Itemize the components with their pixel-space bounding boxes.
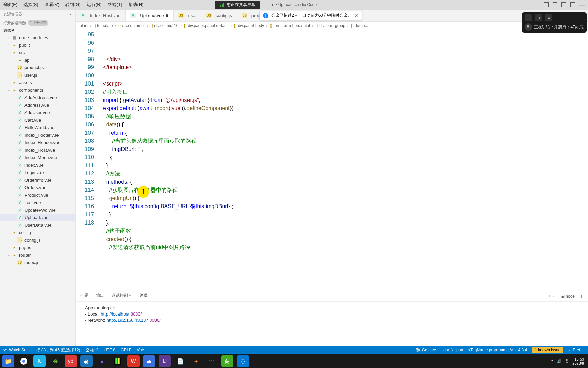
tree-item-pages[interactable]: ›▸pages [0, 244, 75, 251]
tree-item-helloworld-vue[interactable]: VHelloWorld.vue [0, 124, 75, 131]
taskbar-app-icon[interactable]: K [33, 355, 46, 367]
menu-go[interactable]: 转到(G) [65, 2, 81, 8]
menu-run[interactable]: 运行(R) [87, 2, 102, 8]
tree-item-cart-vue[interactable]: VCart.vue [0, 116, 75, 124]
breadcrumb-segment[interactable]: {} div.panel-body [234, 23, 264, 28]
tab-index-host-vue[interactable]: VIndex_Host.vue [76, 10, 126, 21]
taskbar-app-icon[interactable]: 〰 [206, 355, 218, 367]
taskbar-app-icon[interactable]: ⛰ [143, 355, 155, 367]
tree-item-public[interactable]: ›▸public [0, 41, 75, 49]
mic-icon[interactable] [525, 23, 532, 31]
breadcrumbs[interactable]: olar)›{} template›{} div.container›{} di… [76, 22, 588, 29]
taskbar-app-icon[interactable]: W [127, 355, 140, 367]
tree-item-updatepwd-vue[interactable]: VUpdatePwd.vue [0, 206, 75, 214]
tree-item-product-js[interactable]: JSproduct.js [0, 64, 75, 71]
taskbar-app-icon[interactable]: ◉ [80, 355, 93, 367]
breadcrumb-segment[interactable]: {} div.col-md-10 [150, 23, 178, 28]
restore-panel-icon[interactable]: ◻ [535, 14, 542, 21]
menu-panel-icon[interactable]: ≡ [545, 14, 552, 21]
tab-upload-vue[interactable]: VUpLoad.vue [126, 10, 174, 21]
breadcrumb-segment[interactable]: {} div.container [118, 23, 145, 28]
status-language[interactable]: Vue [137, 348, 144, 352]
tree-item-assets[interactable]: ›▸assets [0, 79, 75, 86]
tree-item-src[interactable]: ⌄▸src [0, 49, 75, 56]
layout-icon[interactable] [553, 2, 557, 7]
layout-icon[interactable] [544, 2, 549, 7]
taskbar-app-icon[interactable]: 商 [221, 355, 233, 367]
tree-item-test-vue[interactable]: VTest.vue [0, 199, 75, 206]
panel-tab-problems[interactable]: 问题 [80, 293, 88, 300]
status-version[interactable]: 4.8.4 [518, 348, 527, 352]
tree-item-router[interactable]: ⌄▸router [0, 251, 75, 259]
menu-edit[interactable]: 编辑(E) [3, 2, 17, 8]
meeting-float-panel[interactable]: — ◻ ≡ 正在讲话：朱惠秀；47封辰星 [522, 12, 587, 33]
taskbar-app-icon[interactable]: ✦ [190, 355, 202, 367]
breadcrumb-segment[interactable]: {} div.co... [351, 23, 369, 28]
tree-item-components[interactable]: ⌄▸components [0, 86, 75, 94]
taskbar-files-icon[interactable]: 📁 [2, 355, 14, 367]
status-watch-sass[interactable]: 👁 Watch Sass [3, 348, 31, 352]
tree-item-userdata-vue[interactable]: VUserData.vue [0, 221, 75, 229]
tree-item-config[interactable]: ⌄▸config [0, 229, 75, 236]
taskbar-app-icon[interactable]: IJ [159, 355, 171, 367]
tree-item-adduser-vue[interactable]: VAddUser.vue [0, 109, 75, 116]
tree-item-addaddress-vue[interactable]: VAddAddress.vue [0, 94, 75, 101]
tree-item-index-header-vue[interactable]: VIndex_Header.vue [0, 139, 75, 146]
code-content[interactable]: </div> </template> <script> //引入接口 impor… [100, 29, 588, 291]
status-issues[interactable]: 1 known issue [532, 347, 563, 353]
status-encoding[interactable]: UTF-8 [104, 348, 115, 352]
taskbar-app-icon[interactable]: ❋ [49, 355, 61, 367]
taskbar-ime[interactable]: 英 [565, 359, 569, 363]
status-spaces[interactable]: 空格: 2 [86, 347, 98, 353]
panel-tab-debug[interactable]: 调试控制台 [112, 293, 132, 300]
tree-item-index-host-vue[interactable]: VIndex_Host.vue [0, 146, 75, 154]
tab-config-js[interactable]: JSconfig.js [201, 10, 237, 21]
more-icon[interactable]: ··· [67, 12, 72, 16]
breadcrumb-segment[interactable]: {} div.panel.panel-default [184, 23, 228, 28]
tree-item-config-js[interactable]: JSconfig.js [0, 236, 75, 244]
split-terminal-icon[interactable]: ◫ [579, 294, 583, 299]
layout-icon[interactable] [561, 2, 566, 7]
open-editors-label[interactable]: 打开的编辑器 [3, 20, 26, 26]
breadcrumb-segment[interactable]: {} div.form-group [315, 23, 345, 28]
status-cursor[interactable]: 行 88，列 45 (已选择12) [36, 347, 80, 353]
taskbar-network-icon[interactable]: 🔊 [557, 359, 562, 363]
tree-item-index-footer-vue[interactable]: VIndex_Footer.vue [0, 131, 75, 139]
layout-icon[interactable] [570, 2, 575, 7]
tree-item-login-vue[interactable]: VLogin.vue [0, 169, 75, 176]
taskbar-app-icon[interactable]: 📄 [174, 355, 186, 367]
tree-item-index-menu-vue[interactable]: VIndex_Menu.vue [0, 154, 75, 161]
menu-terminal[interactable]: 终端(T) [108, 2, 122, 8]
panel-tab-output[interactable]: 输出 [96, 293, 104, 300]
menu-view[interactable]: 查看(V) [45, 2, 59, 8]
tree-item-address-vue[interactable]: VAddress.vue [0, 101, 75, 109]
status-jsconfig[interactable]: jsconfig.json [441, 348, 463, 352]
tree-item-product-vue[interactable]: VProduct.vue [0, 191, 75, 199]
taskbar-vscode-icon[interactable]: ⟨⟩ [237, 355, 249, 367]
terminal-shell-label[interactable]: ▣ node [561, 294, 575, 299]
taskbar-app-icon[interactable]: ▲ [96, 355, 108, 367]
tree-item-user-js[interactable]: JSuser.js [0, 71, 75, 79]
tree-item-index-vue[interactable]: Vindex.vue [0, 161, 75, 169]
tree-item-upload-vue[interactable]: VUpLoad.vue [0, 214, 75, 221]
project-root[interactable]: SHOP [0, 27, 75, 34]
menu-help[interactable]: 帮助(H) [128, 2, 143, 8]
terminal-body[interactable]: App running at: - Local: http://localhos… [76, 302, 588, 346]
tree-item-orders-vue[interactable]: VOrders.vue [0, 184, 75, 191]
tree-item-api[interactable]: ⌄▸api [0, 56, 75, 64]
close-icon[interactable]: ✕ [354, 13, 358, 18]
tree-item-node-modules[interactable]: ›▦node_modules [0, 34, 75, 41]
taskbar-tray-icon[interactable]: ⌃ [551, 359, 554, 363]
status-golive[interactable]: 📡 Go Live [415, 348, 436, 352]
minimize-icon[interactable]: — [579, 1, 585, 9]
taskbar-app-icon[interactable]: yd [65, 355, 77, 367]
breadcrumb-segment[interactable]: {} form.form-horizontal [270, 23, 310, 28]
taskbar-app-icon[interactable] [112, 355, 124, 367]
breadcrumb-segment[interactable]: olar) [80, 23, 88, 28]
minimize-panel-icon[interactable]: — [525, 14, 532, 21]
tree-item-index-js[interactable]: JSindex.js [0, 259, 75, 266]
menu-select[interactable]: 选择(S) [23, 2, 38, 8]
breadcrumb-segment[interactable]: {} template [93, 23, 113, 28]
status-prettier[interactable]: ✓ Prettie [568, 348, 585, 352]
tree-item-orderinfo-vue[interactable]: VOrderInfo.vue [0, 176, 75, 184]
